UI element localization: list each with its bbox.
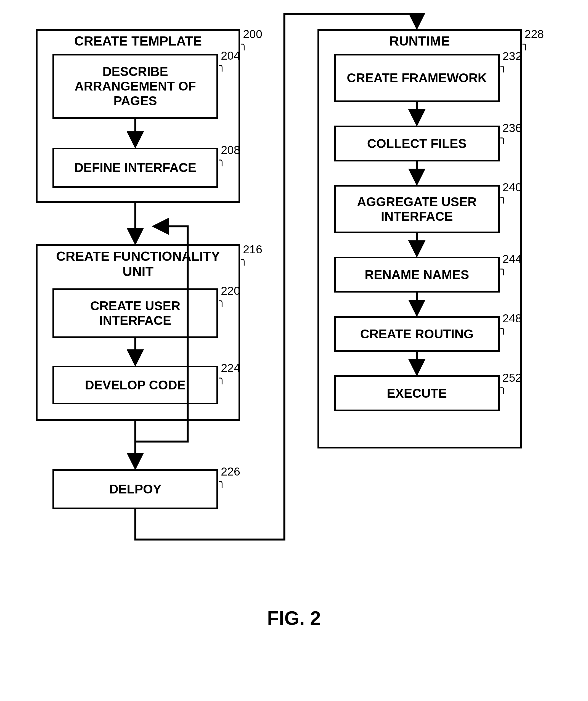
- num-248: 248: [503, 312, 522, 325]
- box-create-routing: CREATE ROUTING: [334, 316, 500, 352]
- num-240: 240: [503, 181, 522, 194]
- figure-caption: FIG. 2: [0, 607, 588, 629]
- label-244: RENAME NAMES: [365, 267, 469, 282]
- num-200: 200: [243, 28, 262, 41]
- num-244: 244: [503, 252, 522, 266]
- box-rename-names: RENAME NAMES: [334, 257, 500, 292]
- label-232: CREATE FRAMEWORK: [347, 71, 487, 85]
- num-208: 208: [221, 144, 240, 157]
- label-248: CREATE ROUTING: [360, 327, 474, 341]
- num-252: 252: [503, 371, 522, 385]
- box-create-user-interface: CREATE USER INTERFACE: [52, 288, 218, 338]
- box-deploy: DELPOY: [52, 469, 218, 509]
- box-develop-code: DEVELOP CODE: [52, 366, 218, 404]
- num-228: 228: [525, 28, 544, 41]
- outer-create-functionality-title: CREATE FUNCTIONALITY UNIT: [37, 249, 238, 279]
- outer-create-template-title: CREATE TEMPLATE: [37, 33, 238, 49]
- box-execute: EXECUTE: [334, 375, 500, 411]
- num-216: 216: [243, 243, 262, 256]
- num-204: 204: [221, 49, 240, 62]
- label-252: EXECUTE: [387, 386, 447, 401]
- label-226: DELPOY: [109, 482, 161, 496]
- num-232: 232: [503, 50, 522, 63]
- outer-runtime-title: RUNTIME: [319, 33, 520, 49]
- label-204: DESCRIBE ARRANGEMENT OF PAGES: [54, 64, 216, 108]
- label-224: DEVELOP CODE: [85, 378, 186, 393]
- label-236: COLLECT FILES: [367, 136, 466, 151]
- box-create-framework: CREATE FRAMEWORK: [334, 54, 500, 102]
- box-describe-arrangement: DESCRIBE ARRANGEMENT OF PAGES: [52, 54, 218, 119]
- diagram-canvas: CREATE TEMPLATE ╮ 200 DESCRIBE ARRANGEME…: [0, 0, 588, 701]
- box-collect-files: COLLECT FILES: [334, 126, 500, 162]
- num-224: 224: [221, 362, 240, 375]
- num-226: 226: [221, 465, 240, 478]
- num-220: 220: [221, 284, 240, 297]
- num-236: 236: [503, 122, 522, 135]
- box-define-interface: DEFINE INTERFACE: [52, 148, 218, 188]
- box-aggregate-ui: AGGREGATE USER INTERFACE: [334, 185, 500, 233]
- label-240: AGGREGATE USER INTERFACE: [336, 195, 498, 224]
- label-208: DEFINE INTERFACE: [74, 160, 196, 175]
- label-220: CREATE USER INTERFACE: [54, 299, 216, 328]
